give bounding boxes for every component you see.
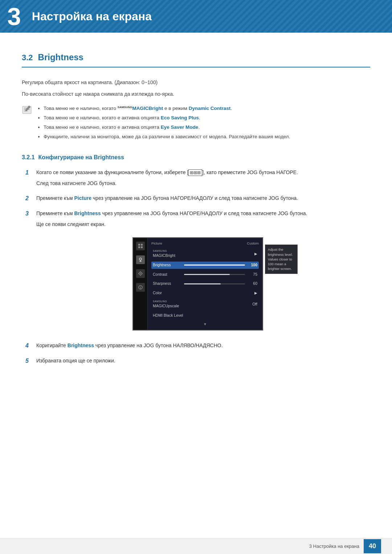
- step-sub-1: След това натиснете JOG бутона.: [36, 179, 370, 187]
- step-3: 3 Преминете към Brightness чрез управлен…: [22, 209, 370, 331]
- osd-bar-contrast-area: [182, 274, 247, 275]
- osd-bar-track-sharpness: [184, 283, 245, 284]
- osd-row-hdmi: HDMI Black Level: [151, 312, 259, 319]
- osd-label-sharpness: Sharpness: [153, 281, 182, 287]
- osd-icon-2: [136, 255, 145, 264]
- note-box: Това меню не е налично, когато SAMSUNGMA…: [22, 105, 370, 143]
- footer-text: 3 Настройка на екрана: [309, 543, 359, 550]
- step-text-2: Преминете към Picture чрез управление на…: [36, 194, 298, 202]
- svg-rect-5: [141, 244, 143, 246]
- osd-row-magic-upscale: SAMSUNG MAGICUpscale Off: [151, 299, 259, 310]
- osd-bar-brightness-area: [182, 264, 247, 266]
- osd-label-brightness: Brightness: [153, 262, 182, 268]
- osd-icon-3: [136, 269, 145, 278]
- step-text-5: Избраната опция ще се приложи.: [36, 357, 115, 365]
- osd-value-contrast: 75: [247, 272, 257, 278]
- note-icon: [22, 105, 32, 115]
- osd-value-brightness: 100: [247, 262, 257, 268]
- osd-label-contrast: Contrast: [153, 272, 182, 278]
- osd-custom-label: Custom: [247, 241, 259, 246]
- note-item-1: Това меню не е налично, когато SAMSUNGMA…: [44, 105, 290, 112]
- osd-screen: i Picture Custom: [132, 237, 263, 331]
- osd-sidebar: i: [133, 238, 148, 330]
- description-2: По-високата стойност ще накара снимката …: [22, 90, 370, 98]
- osd-screenshot-container: i Picture Custom: [25, 237, 370, 331]
- osd-arrow-magic-bright: ▶: [252, 251, 257, 257]
- step-number-3: 3: [25, 209, 33, 218]
- notes-list: Това меню не е налично, когато SAMSUNGMA…: [36, 105, 290, 143]
- svg-point-12: [140, 273, 141, 274]
- note-item-4: Функциите, налични за монитора, може да …: [44, 133, 290, 141]
- section-title: Brightness: [38, 51, 83, 64]
- step-5: 5 Избраната опция ще се приложи.: [22, 357, 370, 365]
- step-number-2: 2: [25, 194, 33, 203]
- osd-tooltip: Adjust the brightness level. Values clos…: [265, 245, 298, 274]
- chapter-number: 3: [7, 4, 21, 29]
- note-item-3: Това меню не е налично, когато е активна…: [44, 124, 290, 131]
- page-footer: 3 Настройка на екрана 40: [0, 538, 392, 554]
- section-heading: 3.2 Brightness: [22, 51, 370, 67]
- osd-label-magic-bright: SAMSUNG MAGICBright: [153, 249, 182, 259]
- osd-icon-4: i: [136, 283, 145, 292]
- osd-label-color: Color: [153, 290, 182, 296]
- osd-row-brightness: Brightness 100: [151, 262, 259, 269]
- svg-rect-4: [138, 244, 140, 246]
- subsection-title: Конфигуриране на Brightness: [38, 153, 124, 162]
- step-number-5: 5: [25, 357, 33, 365]
- osd-scroll-indicator: ▼: [151, 321, 259, 327]
- osd-wrapper: i Picture Custom: [132, 237, 263, 331]
- osd-main: Picture Custom SAMSUNG MAGICBright ▶: [148, 238, 262, 330]
- step-number-4: 4: [25, 341, 33, 350]
- description-1: Регулира общата яркост на картината. (Ди…: [22, 78, 370, 86]
- section-number: 3.2: [22, 52, 33, 63]
- main-content: 3.2 Brightness Регулира общата яркост на…: [0, 33, 392, 401]
- subsection-number: 3.2.1: [22, 153, 35, 162]
- step-text-1: Когато се появи указание за функционални…: [36, 168, 298, 176]
- osd-section-title: Picture: [151, 241, 162, 246]
- footer-page-number: 40: [364, 539, 381, 553]
- svg-text:i: i: [140, 286, 141, 290]
- osd-arrow-color: ▶: [252, 290, 257, 296]
- osd-label-magic-upscale: SAMSUNG MAGICUpscale: [153, 300, 182, 309]
- osd-row-contrast: Contrast 75: [151, 271, 259, 278]
- step-text-4: Коригирайте Brightness чрез управление н…: [36, 341, 223, 349]
- osd-bar-sharpness-area: [182, 283, 247, 284]
- svg-point-8: [139, 258, 142, 260]
- osd-row-magic-bright: SAMSUNG MAGICBright ▶: [151, 249, 259, 259]
- chapter-header: 3 Настройка на екрана: [0, 0, 392, 33]
- step-2: 2 Преминете към Picture чрез управление …: [22, 194, 370, 203]
- osd-scroll-arrow: ▼: [203, 321, 207, 327]
- step-4: 4 Коригирайте Brightness чрез управление…: [22, 341, 370, 350]
- svg-rect-6: [138, 246, 140, 248]
- chapter-title: Настройка на екрана: [32, 8, 152, 25]
- step-1: 1 Когато се появи указание за функционал…: [22, 168, 370, 187]
- osd-samsung-upscale: SAMSUNG: [153, 300, 182, 304]
- osd-top-bar: Picture Custom: [151, 241, 259, 246]
- osd-value-sharpness: 60: [247, 281, 257, 287]
- osd-row-sharpness: Sharpness 60: [151, 280, 259, 287]
- step-number-1: 1: [25, 168, 33, 177]
- osd-bar-fill-brightness: [184, 264, 245, 266]
- osd-samsung-label: SAMSUNG: [153, 249, 182, 253]
- note-item-2: Това меню не е налично, когато е активна…: [44, 114, 290, 122]
- osd-value-upscale: Off: [247, 301, 257, 307]
- osd-bar-track-brightness: [184, 264, 245, 266]
- osd-label-hdmi: HDMI Black Level: [153, 313, 183, 319]
- subsection-heading: 3.2.1 Конфигуриране на Brightness: [22, 153, 370, 162]
- osd-row-color: Color ▶: [151, 290, 259, 297]
- step-sub-3: Ще се появи следният екран.: [36, 220, 370, 228]
- osd-bar-track-contrast: [184, 274, 245, 275]
- step-text-3: Преминете към Brightness чрез управление…: [36, 209, 307, 217]
- osd-bar-fill-sharpness: [184, 283, 221, 284]
- osd-bar-fill-contrast: [184, 274, 230, 275]
- svg-rect-7: [141, 246, 143, 248]
- osd-icon-1: [136, 242, 145, 250]
